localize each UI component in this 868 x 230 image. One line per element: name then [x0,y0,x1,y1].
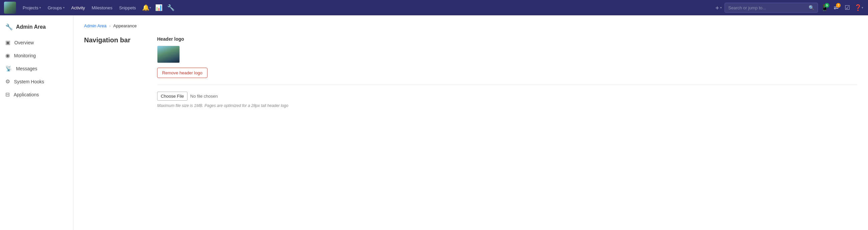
sidebar-item-messages[interactable]: 📡 Messages [0,62,73,75]
mr-badge: 7 [836,3,841,8]
projects-chevron-icon: ▾ [39,6,41,9]
breadcrumb: Admin Area › Appearance [84,23,857,28]
monitoring-icon: ◉ [5,52,10,59]
chart-icon: 📊 [155,4,162,11]
milestones-nav-item[interactable]: Milestones [89,4,115,12]
page-section-title: Navigation bar [84,36,130,44]
stats-icon-btn[interactable]: 📊 [153,2,164,13]
checklist-icon: ☑ [845,4,850,11]
wrench-icon-btn[interactable]: 🔧 [165,2,176,13]
search-input[interactable] [728,5,806,10]
file-hint-text: Maximum file size is 1MB. Pages are opti… [157,103,857,108]
snippets-nav-item[interactable]: Snippets [117,4,139,12]
plus-icon-btn[interactable]: ＋ ▾ [713,2,723,13]
main-content: Admin Area › Appearance Navigation bar H… [73,15,868,230]
remove-header-logo-button[interactable]: Remove header logo [157,68,208,78]
activity-nav-item[interactable]: Activity [69,4,88,12]
notification-chevron-icon: ▾ [150,6,151,9]
file-upload-row: Choose File No file chosen [157,92,857,101]
breadcrumb-current: Appearance [114,23,137,28]
breadcrumb-parent-link[interactable]: Admin Area [84,23,106,28]
top-navigation: Projects ▾ Groups ▾ Activity Milestones … [0,0,868,15]
overview-icon: ▣ [5,39,10,46]
todo-icon-btn[interactable]: 📱 5 [819,2,830,13]
page-layout: 🔧 Admin Area ▣ Overview ◉ Monitoring 📡 M… [0,15,868,230]
projects-nav-item[interactable]: Projects ▾ [20,4,44,12]
sidebar: 🔧 Admin Area ▣ Overview ◉ Monitoring 📡 M… [0,15,73,230]
bell-badge: 5 [825,3,829,8]
sidebar-item-system-hooks[interactable]: ⚙ System Hooks [0,75,73,88]
sidebar-item-monitoring[interactable]: ◉ Monitoring [0,49,73,62]
groups-chevron-icon: ▾ [63,6,65,9]
gitlab-logo[interactable] [4,2,16,14]
checklist-icon-btn[interactable]: ☑ [842,2,852,13]
notification-icon-btn[interactable]: 🔔 ▾ [142,2,152,13]
groups-nav-item[interactable]: Groups ▾ [45,4,67,12]
plus-icon: ＋ [714,4,720,12]
wrench-icon: 🔧 [167,4,175,11]
messages-icon: 📡 [5,65,12,72]
help-icon: ❓ [854,4,862,11]
search-box[interactable]: 🔍 [724,3,818,13]
help-chevron-icon: ▾ [862,6,863,9]
right-panel: Header logo Remove header logo Choose Fi… [157,36,857,108]
mr-icon-btn[interactable]: ⇌ 7 [831,2,841,13]
help-icon-btn[interactable]: ❓ ▾ [853,2,864,13]
breadcrumb-separator: › [109,23,111,28]
page-body: Navigation bar Header logo Remove header… [84,36,857,108]
section-divider [157,85,857,85]
sidebar-item-applications[interactable]: ⊟ Applications [0,88,73,101]
header-logo-label: Header logo [157,36,857,42]
applications-icon: ⊟ [5,91,10,98]
bell-icon: 🔔 [142,4,150,11]
nav-section: Navigation bar [84,36,130,108]
system-hooks-icon: ⚙ [5,78,10,85]
admin-wrench-icon: 🔧 [5,23,13,31]
choose-file-button[interactable]: Choose File [157,92,187,101]
sidebar-header: 🔧 Admin Area [0,21,73,36]
logo-preview-image [157,46,180,63]
no-file-text: No file chosen [190,94,217,99]
sidebar-item-overview[interactable]: ▣ Overview [0,36,73,49]
search-icon: 🔍 [809,5,814,10]
plus-chevron-icon: ▾ [720,6,722,9]
header-logo-section: Header logo Remove header logo [157,36,857,78]
